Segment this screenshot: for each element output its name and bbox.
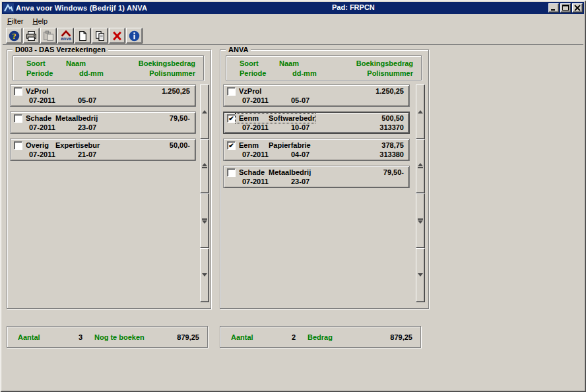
copy-icon (94, 30, 106, 42)
list-item[interactable]: VzProl 1.250,25 07-2011 05-07 (10, 84, 196, 107)
item-ddmm: 21-07 (78, 150, 96, 159)
page-down-button[interactable] (200, 193, 209, 248)
list-item[interactable]: Schade Metaalbedrij 79,50- 07-2011 23-07 (10, 112, 196, 134)
paste-icon (43, 30, 54, 42)
bedrag-value: 879,25 (390, 333, 412, 341)
item-checkbox[interactable] (227, 168, 236, 177)
list-item[interactable]: ✔ Eenm Papierfabrie 378,75 07-2011 04-07… (223, 139, 410, 161)
col-boekingsbedrag: Boekingsbedrag (356, 59, 413, 69)
bar-icon (202, 218, 207, 220)
minimize-button[interactable] (548, 3, 559, 13)
paste-button[interactable] (40, 28, 57, 44)
scroll-up-button[interactable] (416, 84, 425, 139)
panel-anva: ANVA Soort Naam Boekingsbedrag Periode d… (220, 49, 429, 309)
page-down-button[interactable] (416, 193, 425, 248)
new-document-button[interactable] (75, 28, 91, 44)
scroll-column-right (416, 84, 425, 302)
item-periode: 07-2011 (242, 177, 291, 186)
print-button[interactable] (23, 28, 40, 44)
item-checkbox[interactable]: ✔ (227, 141, 236, 150)
arrow-up-icon (418, 110, 423, 114)
col-polisnummer: Polisnummer (367, 69, 413, 79)
page-up-button[interactable] (416, 139, 425, 194)
summary-right: Aantal 2 Bedrag 879,25 (220, 326, 421, 348)
new-document-icon (77, 30, 88, 42)
aantal-value: 2 (269, 333, 296, 341)
close-button[interactable] (572, 3, 583, 13)
item-periode: 07-2011 (29, 150, 78, 159)
window-title: Anva voor Windows (Bedrijf 1) ANVA (16, 4, 147, 12)
item-checkbox[interactable] (14, 141, 22, 150)
item-naam: Softwarebedr (269, 114, 315, 123)
scroll-up-button[interactable] (200, 84, 209, 139)
arrow-down-icon (418, 220, 423, 224)
menu-help[interactable]: Help (28, 16, 52, 26)
nog-te-boeken-label: Nog te boeken (94, 333, 145, 341)
item-checkbox[interactable] (14, 87, 22, 96)
item-soort: Overig (26, 141, 55, 150)
app-window: Anva voor Windows (Bedrijf 1) ANVA Pad: … (0, 0, 586, 392)
col-boekingsbedrag: Boekingsbedrag (139, 59, 195, 69)
bar-icon (418, 167, 423, 168)
item-ddmm: 23-07 (78, 123, 96, 132)
item-naam: Expertisebur (55, 141, 100, 150)
delete-icon (112, 30, 123, 42)
col-ddmm: dd-mm (79, 69, 104, 79)
anva-home-button[interactable]: anva (57, 28, 74, 44)
item-periode: 07-2011 (242, 150, 291, 159)
maximize-button[interactable] (560, 3, 571, 13)
list-item[interactable]: VzProl 1.250,25 07-2011 05-07 (223, 84, 410, 107)
item-bedrag: 378,75 (381, 141, 404, 150)
col-periode: Periode (26, 69, 79, 79)
item-ddmm: 23-07 (291, 177, 309, 186)
item-soort: Eenm (239, 114, 269, 123)
bar-icon (202, 167, 207, 168)
item-naam: Metaalbedrij (269, 168, 311, 177)
item-ddmm: 05-07 (78, 96, 96, 105)
item-polisnummer: 313380 (379, 150, 404, 159)
anva-home-icon: anva (60, 30, 72, 42)
booking-list-right: VzProl 1.250,25 07-2011 05-07 ✔ Eenm Sof… (223, 84, 410, 193)
item-checkbox[interactable] (14, 114, 22, 123)
scroll-down-button[interactable] (200, 248, 209, 303)
panel-das-verzekeringen: D003 - DAS Verzekeringen Soort Naam Boek… (7, 49, 211, 309)
arrow-down-icon (202, 220, 207, 224)
col-ddmm: dd-mm (292, 69, 317, 79)
info-button[interactable] (126, 28, 143, 44)
item-bedrag: 50,00- (170, 141, 190, 150)
item-soort: VzProl (239, 86, 269, 96)
aantal-label: Aantal (18, 333, 56, 341)
toolbar: ? anva (3, 27, 583, 45)
aantal-label: Aantal (231, 333, 269, 341)
item-soort: Schade (26, 114, 55, 123)
close-icon (574, 5, 581, 11)
print-icon (26, 30, 37, 42)
minimize-icon (550, 5, 557, 11)
item-checkbox[interactable]: ✔ (227, 114, 236, 123)
item-bedrag: 1.250,25 (162, 86, 190, 96)
scroll-down-button[interactable] (416, 248, 425, 303)
menu-filter[interactable]: Filter (3, 16, 28, 26)
delete-button[interactable] (109, 28, 125, 44)
col-naam: Naam (66, 59, 86, 69)
column-header-right: Soort Naam Boekingsbedrag Periode dd-mm … (226, 55, 422, 81)
item-soort: Schade (239, 168, 269, 177)
item-checkbox[interactable] (227, 87, 236, 96)
item-periode: 07-2011 (242, 96, 291, 105)
item-ddmm: 04-07 (291, 150, 309, 159)
item-periode: 07-2011 (29, 123, 78, 132)
list-item-selected[interactable]: ✔ Eenm Softwarebedr 500,50 07-2011 10-07… (223, 112, 410, 134)
list-item[interactable]: Overig Expertisebur 50,00- 07-2011 21-07 (10, 139, 196, 161)
scroll-column-left (200, 84, 209, 302)
arrow-up-icon (202, 110, 207, 114)
svg-text:?: ? (12, 32, 16, 41)
info-icon (129, 30, 140, 42)
help-button[interactable]: ? (6, 28, 22, 44)
menu-bar: Filter Help (3, 15, 583, 27)
arrow-down-icon (202, 273, 207, 277)
item-periode: 07-2011 (242, 123, 291, 132)
page-up-button[interactable] (200, 139, 209, 194)
bar-icon (418, 218, 423, 220)
list-item[interactable]: Schade Metaalbedrij 79,50- 07-2011 23-07 (223, 166, 410, 188)
copy-button[interactable] (92, 28, 108, 44)
